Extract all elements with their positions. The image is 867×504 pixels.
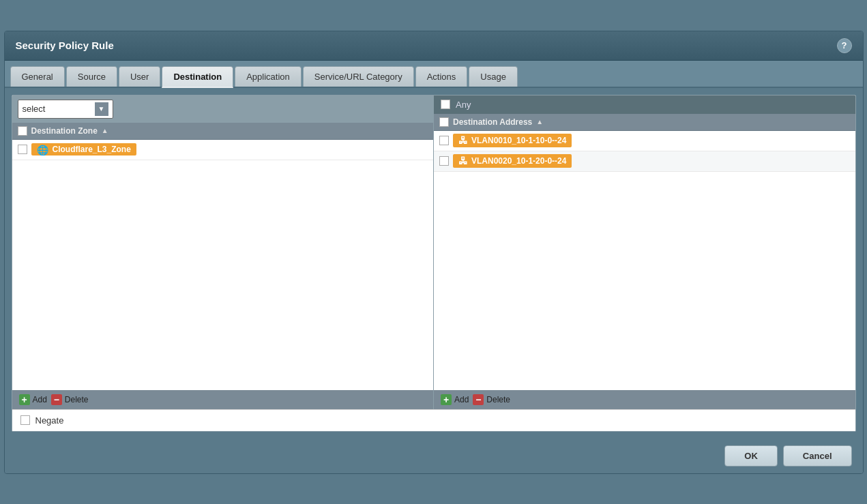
help-icon[interactable]: ? — [837, 38, 852, 53]
destination-zone-header: Destination Zone ▲ — [12, 123, 434, 140]
destination-address-list: 🖧 VLAN0010_10-1-10-0--24 🖧 VLAN0020_10-1… — [434, 131, 855, 390]
ok-button[interactable]: OK — [724, 445, 778, 466]
cancel-button[interactable]: Cancel — [783, 445, 852, 466]
tab-application[interactable]: Application — [235, 66, 302, 87]
dialog-body: select ▼ Destination Zone ▲ 🌐 — [5, 88, 863, 439]
negate-label: Negate — [35, 415, 64, 426]
table-row: 🌐 Cloudflare_L3_Zone — [12, 140, 434, 160]
zone-select-dropdown[interactable]: select ▼ — [18, 100, 113, 119]
zone-item-checkbox-0[interactable] — [18, 145, 27, 154]
destination-address-sort-icon[interactable]: ▲ — [536, 118, 543, 125]
tab-source[interactable]: Source — [66, 66, 117, 87]
table-row: 🖧 VLAN0020_10-1-20-0--24 — [434, 151, 855, 172]
panels: select ▼ Destination Zone ▲ 🌐 — [12, 95, 855, 409]
right-bottom-bar: + Add − Delete — [434, 390, 855, 409]
zone-add-label: Add — [33, 395, 47, 404]
destination-zone-list: 🌐 Cloudflare_L3_Zone — [12, 140, 434, 390]
zone-item-tag-0[interactable]: 🌐 Cloudflare_L3_Zone — [31, 143, 136, 155]
tab-usage[interactable]: Usage — [469, 66, 518, 87]
address-icon-0: 🖧 — [458, 135, 468, 146]
address-item-label-0: VLAN0010_10-1-10-0--24 — [471, 136, 566, 145]
address-add-label: Add — [454, 395, 469, 404]
tab-destination[interactable]: Destination — [162, 66, 233, 88]
left-panel: select ▼ Destination Zone ▲ 🌐 — [12, 95, 435, 409]
negate-row: Negate — [12, 409, 855, 431]
any-bar: Any — [434, 95, 855, 114]
address-icon-1: 🖧 — [458, 155, 468, 166]
address-delete-icon: − — [473, 394, 484, 405]
dialog-header: Security Policy Rule ? — [5, 31, 863, 61]
dropdown-arrow-icon: ▼ — [95, 102, 108, 116]
address-item-checkbox-0[interactable] — [439, 136, 449, 145]
tab-actions[interactable]: Actions — [415, 66, 468, 87]
zone-delete-button[interactable]: − Delete — [51, 394, 89, 405]
destination-address-select-all-checkbox[interactable] — [439, 117, 449, 127]
dialog-title: Security Policy Rule — [16, 40, 114, 51]
dialog-footer: OK Cancel — [5, 439, 863, 473]
address-delete-button[interactable]: − Delete — [473, 394, 510, 405]
content-area: select ▼ Destination Zone ▲ 🌐 — [12, 95, 856, 432]
zone-add-icon: + — [19, 394, 30, 405]
security-policy-dialog: Security Policy Rule ? General Source Us… — [4, 31, 864, 474]
zone-delete-label: Delete — [65, 395, 89, 404]
address-item-label-1: VLAN0020_10-1-20-0--24 — [471, 156, 566, 166]
table-row: 🖧 VLAN0010_10-1-10-0--24 — [434, 131, 855, 151]
destination-zone-select-all-checkbox[interactable] — [18, 126, 27, 136]
destination-address-col-label: Destination Address — [453, 117, 532, 127]
zone-delete-icon: − — [51, 394, 62, 405]
address-delete-label: Delete — [486, 395, 510, 404]
left-toolbar: select ▼ — [12, 95, 434, 123]
zone-add-button[interactable]: + Add — [19, 394, 47, 405]
address-item-checkbox-1[interactable] — [439, 156, 449, 166]
tab-service-url-category[interactable]: Service/URL Category — [303, 66, 414, 87]
tab-user[interactable]: User — [119, 66, 160, 87]
destination-zone-sort-icon[interactable]: ▲ — [102, 127, 108, 134]
right-panel: Any Destination Address ▲ 🖧 VLAN0010_10-… — [434, 95, 855, 409]
any-label: Any — [456, 100, 471, 110]
any-checkbox[interactable] — [441, 100, 450, 109]
left-bottom-bar: + Add − Delete — [12, 390, 434, 409]
address-add-icon: + — [441, 394, 452, 405]
destination-address-header: Destination Address ▲ — [434, 114, 855, 131]
address-item-tag-1[interactable]: 🖧 VLAN0020_10-1-20-0--24 — [453, 154, 572, 168]
tab-general[interactable]: General — [10, 66, 65, 87]
address-item-tag-0[interactable]: 🖧 VLAN0010_10-1-10-0--24 — [453, 134, 572, 147]
negate-checkbox[interactable] — [20, 415, 30, 425]
destination-zone-col-label: Destination Zone — [31, 126, 98, 136]
address-add-button[interactable]: + Add — [441, 394, 469, 405]
zone-select-value: select — [23, 104, 92, 114]
tab-bar: General Source User Destination Applicat… — [5, 61, 863, 88]
zone-item-label-0: Cloudflare_L3_Zone — [53, 145, 131, 154]
zone-icon-0: 🌐 — [37, 145, 49, 154]
